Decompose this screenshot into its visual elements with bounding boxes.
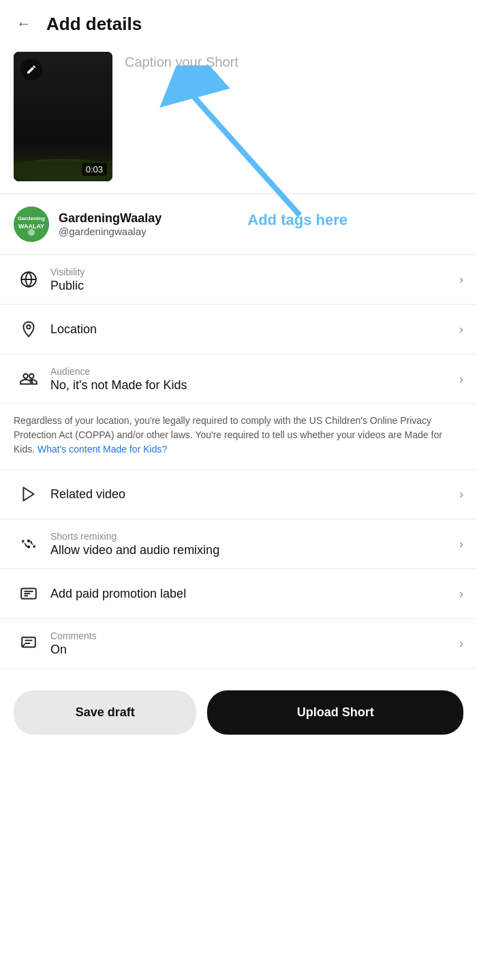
audience-item[interactable]: Audience No, it's not Made for Kids › — [0, 354, 477, 404]
chevron-icon: › — [459, 322, 463, 337]
promo-icon — [14, 579, 44, 609]
audience-label-small: Audience — [50, 366, 459, 377]
svg-point-10 — [27, 325, 30, 328]
related-video-item[interactable]: Related video › — [0, 470, 477, 519]
chevron-icon: › — [459, 537, 463, 551]
edit-icon[interactable] — [20, 59, 42, 80]
upload-short-button[interactable]: Upload Short — [207, 690, 463, 735]
svg-point-13 — [27, 545, 30, 548]
visibility-content: Visibility Public — [44, 266, 459, 293]
pencil-icon — [26, 64, 37, 75]
comments-label-small: Comments — [50, 630, 459, 641]
svg-text:WAALAY: WAALAY — [18, 223, 44, 230]
related-video-content: Related video — [44, 487, 459, 502]
remixing-label-small: Shorts remixing — [50, 531, 459, 542]
paid-promotion-item[interactable]: Add paid promotion label › — [0, 569, 477, 619]
comments-icon — [14, 628, 44, 658]
location-content: Location — [44, 322, 459, 337]
visibility-item[interactable]: Visibility Public › — [0, 255, 477, 305]
page-title: Add details — [46, 14, 142, 35]
play-icon — [14, 479, 44, 509]
remix-icon — [14, 529, 44, 559]
audience-icon — [14, 364, 44, 394]
paid-promotion-content: Add paid promotion label — [44, 587, 459, 601]
avatar-graphic: Gardening WAALAY — [14, 206, 49, 242]
avatar: Gardening WAALAY — [14, 206, 49, 242]
visibility-label-main: Public — [50, 279, 459, 293]
location-icon — [14, 314, 44, 344]
remixing-content: Shorts remixing Allow video and audio re… — [44, 531, 459, 557]
visibility-label-small: Visibility — [50, 266, 459, 277]
related-video-label: Related video — [50, 487, 459, 502]
comments-item[interactable]: Comments On › — [0, 619, 477, 669]
caption-section: 0:03 Caption your Short Add tags here — [0, 45, 477, 194]
shorts-remixing-item[interactable]: Shorts remixing Allow video and audio re… — [0, 519, 477, 569]
coppa-link[interactable]: What's content Made for Kids? — [37, 444, 167, 455]
header: ← Add details — [0, 0, 477, 45]
save-draft-button[interactable]: Save draft — [14, 690, 196, 735]
thumbnail[interactable]: 0:03 — [14, 52, 112, 181]
caption-input-area[interactable]: Caption your Short — [112, 52, 463, 70]
coppa-notice: Regardless of your location, you're lega… — [0, 404, 477, 470]
chevron-icon: › — [459, 273, 463, 287]
globe-icon — [14, 264, 44, 294]
location-label: Location — [50, 322, 459, 337]
svg-point-8 — [28, 229, 35, 236]
chevron-icon: › — [459, 372, 463, 386]
svg-text:Gardening: Gardening — [18, 215, 45, 221]
svg-marker-11 — [23, 487, 33, 501]
paid-promotion-label: Add paid promotion label — [50, 587, 459, 601]
chevron-icon: › — [459, 637, 463, 651]
comments-content: Comments On — [44, 630, 459, 657]
account-name: GardeningWaalay — [59, 211, 161, 226]
chevron-icon: › — [459, 587, 463, 601]
audience-content: Audience No, it's not Made for Kids — [44, 366, 459, 393]
comments-label-main: On — [50, 643, 459, 657]
back-button[interactable]: ← — [14, 12, 34, 35]
bottom-bar: Save draft Upload Short — [0, 674, 477, 755]
account-handle: @gardeningwaalay — [59, 226, 161, 237]
remixing-label-main: Allow video and audio remixing — [50, 543, 459, 557]
location-item[interactable]: Location › — [0, 305, 477, 354]
account-row: Gardening WAALAY GardeningWaalay @garden… — [0, 194, 477, 255]
caption-placeholder: Caption your Short — [125, 55, 238, 70]
svg-point-12 — [27, 540, 30, 542]
video-timestamp: 0:03 — [82, 163, 107, 176]
chevron-icon: › — [459, 487, 463, 502]
avatar-bg: Gardening WAALAY — [14, 206, 49, 242]
audience-label-main: No, it's not Made for Kids — [50, 378, 459, 393]
account-info: GardeningWaalay @gardeningwaalay — [59, 211, 161, 237]
